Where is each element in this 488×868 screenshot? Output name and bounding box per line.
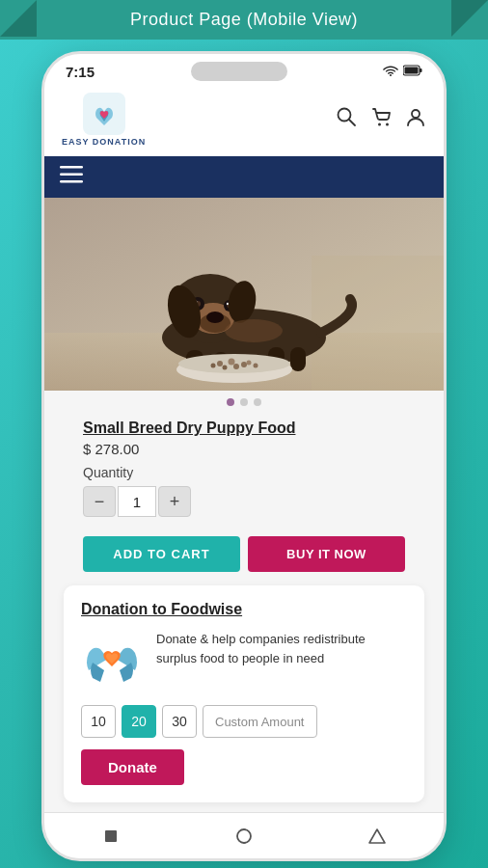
svg-rect-44 <box>105 830 117 842</box>
status-bar: 7:15 <box>44 54 444 85</box>
bottom-nav <box>44 812 444 858</box>
svg-point-36 <box>229 359 235 366</box>
product-details: Small Breed Dry Puppy Food $ 278.00 Quan… <box>44 410 444 536</box>
svg-point-42 <box>254 364 258 368</box>
svg-point-9 <box>412 110 420 118</box>
svg-rect-32 <box>290 347 306 371</box>
svg-rect-3 <box>405 67 419 73</box>
svg-point-38 <box>223 366 228 370</box>
quantity-increase-button[interactable]: + <box>158 486 191 517</box>
banner-title: Product Page (Mobile View) <box>130 10 358 29</box>
app-header: EASY DONATION <box>44 85 444 156</box>
svg-rect-12 <box>60 180 83 183</box>
nav-bar <box>44 156 444 198</box>
phone-frame: 7:15 EASY DONATION <box>41 51 447 861</box>
svg-point-26 <box>206 312 224 323</box>
donation-card: Donation to Foodwise <box>64 585 424 802</box>
amount-row: 10 20 30 Custom Amount <box>81 705 407 738</box>
dot-1[interactable] <box>227 398 234 406</box>
logo-text: EASY DONATION <box>62 137 146 147</box>
donation-logo <box>81 630 143 692</box>
svg-point-8 <box>386 123 389 126</box>
svg-point-41 <box>211 364 216 368</box>
hamburger-icon[interactable] <box>60 166 83 188</box>
svg-point-39 <box>233 364 239 369</box>
bottom-nav-menu-icon[interactable] <box>366 826 388 847</box>
svg-rect-10 <box>60 166 83 169</box>
quantity-row: − 1 + <box>83 486 405 517</box>
donation-title: Donation to Foodwise <box>81 601 407 618</box>
amount-10-button[interactable]: 10 <box>81 705 116 738</box>
donation-description: Donate & help companies redistribute sur… <box>156 630 407 667</box>
battery-icon <box>403 65 422 79</box>
add-to-cart-button[interactable]: ADD TO CART <box>83 536 240 572</box>
quantity-label: Quantity <box>83 465 405 480</box>
image-dots <box>44 391 444 410</box>
svg-point-40 <box>247 361 252 366</box>
dot-2[interactable] <box>240 398 248 406</box>
banner: Product Page (Mobile View) <box>0 0 488 40</box>
svg-point-43 <box>225 319 283 342</box>
cart-icon[interactable] <box>370 106 392 133</box>
main-content: Small Breed Dry Puppy Food $ 278.00 Quan… <box>44 198 444 812</box>
svg-point-0 <box>390 74 392 76</box>
svg-point-37 <box>241 362 247 367</box>
amount-30-button[interactable]: 30 <box>162 705 197 738</box>
search-icon[interactable] <box>336 106 357 133</box>
svg-point-35 <box>217 361 223 366</box>
bottom-nav-back-icon[interactable] <box>100 826 122 847</box>
status-icons <box>383 65 422 79</box>
logo-area: EASY DONATION <box>62 93 146 147</box>
buy-it-now-button[interactable]: BUY IT NOW <box>248 536 405 572</box>
quantity-value: 1 <box>118 486 156 517</box>
svg-rect-2 <box>420 68 422 72</box>
product-price: $ 278.00 <box>83 441 405 457</box>
product-image-container <box>44 198 444 391</box>
app-logo-icon <box>83 93 125 135</box>
custom-amount-button[interactable]: Custom Amount <box>203 705 317 738</box>
product-image <box>44 198 444 391</box>
donation-body: Donate & help companies redistribute sur… <box>81 630 407 692</box>
amount-20-button[interactable]: 20 <box>122 705 156 738</box>
svg-rect-11 <box>60 174 83 176</box>
donate-button[interactable]: Donate <box>81 749 184 785</box>
svg-line-6 <box>349 120 355 125</box>
product-name: Small Breed Dry Puppy Food <box>83 420 405 437</box>
svg-point-7 <box>378 123 381 126</box>
notch <box>191 62 287 81</box>
wifi-icon <box>383 65 398 79</box>
status-time: 7:15 <box>66 64 95 80</box>
dot-3[interactable] <box>254 398 261 406</box>
svg-point-45 <box>237 829 251 843</box>
svg-point-34 <box>178 354 290 373</box>
header-icons <box>336 106 426 133</box>
quantity-decrease-button[interactable]: − <box>83 486 116 517</box>
user-icon[interactable] <box>405 106 426 133</box>
svg-marker-46 <box>369 829 385 843</box>
action-buttons: ADD TO CART BUY IT NOW <box>44 536 444 582</box>
bottom-nav-home-icon[interactable] <box>233 826 255 847</box>
